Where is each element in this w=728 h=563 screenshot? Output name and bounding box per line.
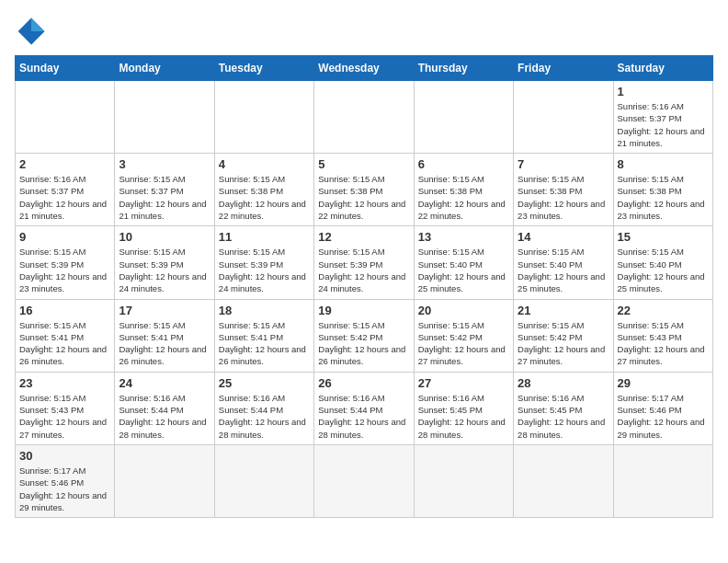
calendar-day-cell — [16, 81, 115, 154]
calendar-day-cell — [314, 81, 414, 154]
day-number: 4 — [219, 157, 310, 171]
day-info: Sunrise: 5:15 AM Sunset: 5:41 PM Dayligh… — [119, 319, 210, 368]
day-number: 15 — [618, 230, 709, 244]
day-info: Sunrise: 5:15 AM Sunset: 5:40 PM Dayligh… — [518, 246, 609, 294]
day-info: Sunrise: 5:15 AM Sunset: 5:38 PM Dayligh… — [418, 173, 509, 222]
calendar-day-cell — [214, 81, 313, 154]
day-number: 19 — [318, 304, 409, 317]
day-number: 22 — [618, 304, 709, 317]
day-info: Sunrise: 5:16 AM Sunset: 5:45 PM Dayligh… — [518, 392, 609, 441]
calendar-day-cell: 10Sunrise: 5:15 AM Sunset: 5:39 PM Dayli… — [115, 226, 214, 299]
calendar-day-cell: 1Sunrise: 5:16 AM Sunset: 5:37 PM Daylig… — [613, 81, 712, 154]
day-info: Sunrise: 5:16 AM Sunset: 5:45 PM Dayligh… — [418, 392, 509, 441]
calendar-day-cell: 24Sunrise: 5:16 AM Sunset: 5:44 PM Dayli… — [115, 372, 214, 444]
day-info: Sunrise: 5:15 AM Sunset: 5:38 PM Dayligh… — [518, 173, 609, 222]
calendar-week-row: 16Sunrise: 5:15 AM Sunset: 5:41 PM Dayli… — [16, 299, 713, 372]
day-of-week-header: Thursday — [414, 56, 513, 81]
day-info: Sunrise: 5:16 AM Sunset: 5:37 PM Dayligh… — [19, 173, 110, 222]
day-number: 5 — [318, 157, 409, 171]
calendar-day-cell: 2Sunrise: 5:16 AM Sunset: 5:37 PM Daylig… — [16, 154, 115, 226]
calendar-day-cell: 15Sunrise: 5:15 AM Sunset: 5:40 PM Dayli… — [613, 226, 712, 299]
calendar-day-cell: 22Sunrise: 5:15 AM Sunset: 5:43 PM Dayli… — [613, 299, 712, 372]
day-info: Sunrise: 5:15 AM Sunset: 5:39 PM Dayligh… — [19, 246, 110, 294]
day-of-week-header: Monday — [115, 56, 214, 81]
day-number: 3 — [119, 157, 210, 171]
day-info: Sunrise: 5:17 AM Sunset: 5:46 PM Dayligh… — [618, 392, 709, 441]
day-number: 12 — [318, 230, 409, 244]
calendar-week-row: 23Sunrise: 5:15 AM Sunset: 5:43 PM Dayli… — [16, 372, 713, 444]
day-number: 14 — [518, 230, 609, 244]
calendar-day-cell — [115, 444, 214, 517]
day-number: 18 — [219, 304, 310, 317]
calendar-day-cell: 23Sunrise: 5:15 AM Sunset: 5:43 PM Dayli… — [16, 372, 115, 444]
day-info: Sunrise: 5:15 AM Sunset: 5:39 PM Dayligh… — [318, 246, 409, 294]
calendar-day-cell: 16Sunrise: 5:15 AM Sunset: 5:41 PM Dayli… — [16, 299, 115, 372]
day-info: Sunrise: 5:15 AM Sunset: 5:39 PM Dayligh… — [119, 246, 210, 294]
calendar-day-cell — [514, 444, 613, 517]
calendar-day-cell — [115, 81, 214, 154]
calendar-day-cell: 27Sunrise: 5:16 AM Sunset: 5:45 PM Dayli… — [414, 372, 513, 444]
day-number: 11 — [219, 230, 310, 244]
calendar-day-cell: 8Sunrise: 5:15 AM Sunset: 5:38 PM Daylig… — [613, 154, 712, 226]
page-header — [15, 15, 713, 48]
day-info: Sunrise: 5:15 AM Sunset: 5:43 PM Dayligh… — [618, 319, 709, 368]
svg-marker-2 — [31, 31, 44, 44]
calendar-day-cell: 28Sunrise: 5:16 AM Sunset: 5:45 PM Dayli… — [514, 372, 613, 444]
day-info: Sunrise: 5:15 AM Sunset: 5:38 PM Dayligh… — [219, 173, 310, 222]
calendar-day-cell: 4Sunrise: 5:15 AM Sunset: 5:38 PM Daylig… — [214, 154, 313, 226]
calendar-week-row: 1Sunrise: 5:16 AM Sunset: 5:37 PM Daylig… — [16, 81, 713, 154]
day-number: 17 — [119, 304, 210, 317]
calendar-day-cell: 9Sunrise: 5:15 AM Sunset: 5:39 PM Daylig… — [16, 226, 115, 299]
day-number: 29 — [618, 376, 709, 390]
day-info: Sunrise: 5:15 AM Sunset: 5:43 PM Dayligh… — [19, 392, 110, 441]
day-of-week-header: Wednesday — [314, 56, 414, 81]
day-number: 9 — [19, 230, 110, 244]
svg-marker-1 — [31, 18, 44, 31]
calendar-day-cell: 11Sunrise: 5:15 AM Sunset: 5:39 PM Dayli… — [214, 226, 313, 299]
day-of-week-header: Saturday — [613, 56, 712, 81]
calendar-day-cell: 17Sunrise: 5:15 AM Sunset: 5:41 PM Dayli… — [115, 299, 214, 372]
calendar-day-cell: 30Sunrise: 5:17 AM Sunset: 5:46 PM Dayli… — [16, 444, 115, 517]
day-number: 28 — [518, 376, 609, 390]
day-info: Sunrise: 5:15 AM Sunset: 5:42 PM Dayligh… — [318, 319, 409, 368]
day-number: 30 — [19, 449, 110, 463]
day-info: Sunrise: 5:15 AM Sunset: 5:39 PM Dayligh… — [219, 246, 310, 294]
day-number: 7 — [518, 157, 609, 171]
day-number: 23 — [19, 376, 110, 390]
day-info: Sunrise: 5:15 AM Sunset: 5:38 PM Dayligh… — [618, 173, 709, 222]
logo-icon — [15, 15, 48, 48]
day-number: 26 — [318, 376, 409, 390]
day-number: 2 — [19, 157, 110, 171]
calendar-day-cell: 6Sunrise: 5:15 AM Sunset: 5:38 PM Daylig… — [414, 154, 513, 226]
calendar-day-cell — [414, 444, 513, 517]
day-number: 8 — [618, 157, 709, 171]
calendar-week-row: 30Sunrise: 5:17 AM Sunset: 5:46 PM Dayli… — [16, 444, 713, 517]
day-number: 24 — [119, 376, 210, 390]
calendar-day-cell: 29Sunrise: 5:17 AM Sunset: 5:46 PM Dayli… — [613, 372, 712, 444]
day-number: 25 — [219, 376, 310, 390]
day-number: 6 — [418, 157, 509, 171]
calendar-day-cell: 14Sunrise: 5:15 AM Sunset: 5:40 PM Dayli… — [514, 226, 613, 299]
calendar-day-cell: 12Sunrise: 5:15 AM Sunset: 5:39 PM Dayli… — [314, 226, 414, 299]
calendar-day-cell — [613, 444, 712, 517]
day-info: Sunrise: 5:16 AM Sunset: 5:44 PM Dayligh… — [318, 392, 409, 441]
day-info: Sunrise: 5:15 AM Sunset: 5:37 PM Dayligh… — [119, 173, 210, 222]
day-of-week-header: Sunday — [16, 56, 115, 81]
day-of-week-header: Friday — [514, 56, 613, 81]
day-info: Sunrise: 5:15 AM Sunset: 5:38 PM Dayligh… — [318, 173, 409, 222]
day-info: Sunrise: 5:17 AM Sunset: 5:46 PM Dayligh… — [19, 465, 110, 513]
calendar-day-cell — [314, 444, 414, 517]
calendar-day-cell: 26Sunrise: 5:16 AM Sunset: 5:44 PM Dayli… — [314, 372, 414, 444]
day-number: 1 — [618, 85, 709, 98]
day-info: Sunrise: 5:15 AM Sunset: 5:40 PM Dayligh… — [618, 246, 709, 294]
day-number: 13 — [418, 230, 509, 244]
day-info: Sunrise: 5:16 AM Sunset: 5:37 PM Dayligh… — [618, 100, 709, 149]
day-info: Sunrise: 5:16 AM Sunset: 5:44 PM Dayligh… — [119, 392, 210, 441]
day-info: Sunrise: 5:15 AM Sunset: 5:42 PM Dayligh… — [518, 319, 609, 368]
calendar-day-cell: 25Sunrise: 5:16 AM Sunset: 5:44 PM Dayli… — [214, 372, 313, 444]
day-number: 21 — [518, 304, 609, 317]
calendar-day-cell: 21Sunrise: 5:15 AM Sunset: 5:42 PM Dayli… — [514, 299, 613, 372]
calendar-day-cell: 18Sunrise: 5:15 AM Sunset: 5:41 PM Dayli… — [214, 299, 313, 372]
calendar-table: SundayMondayTuesdayWednesdayThursdayFrid… — [15, 55, 713, 518]
calendar-day-cell: 19Sunrise: 5:15 AM Sunset: 5:42 PM Dayli… — [314, 299, 414, 372]
